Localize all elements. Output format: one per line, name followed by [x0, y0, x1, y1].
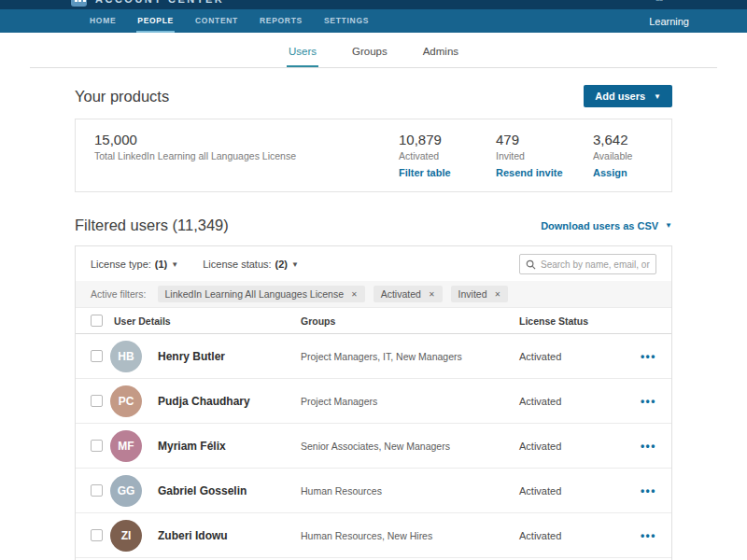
table-row: HBHenry ButlerProject Managers, IT, New … [76, 334, 671, 379]
download-csv-label: Download users as CSV [541, 220, 658, 231]
filter-bar: License type:(1)▼License status:(2)▼ [76, 246, 671, 281]
products-card: 15,000 Total LinkedIn Learning all Langu… [75, 119, 672, 192]
stat-action-link[interactable]: Resend invite [496, 167, 593, 178]
products-title: Your products [75, 88, 169, 105]
brand-text: ACCOUNT CENTER [95, 0, 224, 5]
product-stat: 479InvitedResend invite [496, 132, 593, 178]
column-header: Groups [301, 315, 519, 327]
active-filters-bar: Active filters: LinkedIn Learning All La… [76, 281, 671, 308]
chevron-down-icon: ▼ [665, 221, 672, 230]
tab-groups[interactable]: Groups [350, 39, 389, 67]
search-box [519, 254, 656, 274]
filter-chip: Invited✕ [451, 286, 509, 302]
close-icon[interactable]: ✕ [495, 290, 501, 299]
user-cell: ZIZuberi Idowu [103, 520, 301, 552]
nav-item-home[interactable]: HOME [89, 9, 117, 33]
license-status: Activated [519, 396, 632, 407]
total-label: Total LinkedIn Learning all Languages Li… [94, 150, 391, 161]
column-header: User Details [103, 315, 301, 327]
filter-chip-label: Invited [458, 288, 487, 300]
row-checkbox[interactable] [91, 529, 103, 541]
user-name: Pudja Chaudhary [158, 395, 250, 408]
nav-item-content[interactable]: CONTENT [194, 9, 239, 33]
user-groups: Human Resources, New Hires [301, 530, 519, 541]
filtered-users-title: Filtered users (11,349) [75, 217, 229, 234]
stat-label: Activated [399, 150, 496, 161]
close-icon[interactable]: ✕ [351, 290, 358, 299]
user-cell: GGGabriel Gosselin [103, 475, 301, 507]
avatar: GG [110, 475, 142, 507]
stat-label: Available [593, 150, 690, 161]
filter-chip: Activated✕ [374, 286, 443, 302]
nav-item-reports[interactable]: REPORTS [259, 9, 303, 33]
total-value: 15,000 [94, 132, 391, 147]
chevron-down-icon: ▼ [171, 260, 178, 269]
nav-item-people[interactable]: PEOPLE [136, 9, 175, 33]
filter-count: (1) [155, 259, 167, 270]
row-checkbox[interactable] [91, 350, 103, 362]
row-checkbox[interactable] [91, 440, 103, 452]
table-row: ZIZuberi IdowuHuman Resources, New Hires… [76, 513, 671, 558]
filter-dropdowns: License type:(1)▼License status:(2)▼ [91, 259, 299, 270]
avatar: HB [110, 341, 142, 372]
stat-value: 10,879 [399, 132, 496, 147]
row-menu-button[interactable]: ••• [632, 484, 656, 497]
row-menu-button[interactable]: ••• [632, 395, 656, 408]
column-header: License Status [519, 315, 656, 327]
row-menu-button[interactable]: ••• [632, 350, 656, 363]
filter-chip: LinkedIn Learning All Languages License✕ [158, 286, 365, 302]
user-cell: MFMyriam Félix [103, 430, 301, 462]
user-cell: HBHenry Butler [103, 341, 301, 372]
download-csv-link[interactable]: Download users as CSV ▼ [541, 220, 672, 231]
table-header: User DetailsGroupsLicense Status [76, 308, 671, 334]
chevron-down-icon: ▼ [291, 260, 299, 269]
active-filter-chips: LinkedIn Learning All Languages License✕… [158, 286, 509, 302]
tab-admins[interactable]: Admins [421, 39, 460, 67]
avatar: ZI [110, 520, 142, 552]
stat-value: 479 [496, 132, 593, 147]
filter-dropdown[interactable]: License status:(2)▼ [203, 259, 299, 270]
stat-label: Invited [496, 150, 593, 161]
user-groups: Senior Associates, New Managers [301, 441, 519, 452]
user-name: Zuberi Idowu [158, 529, 228, 542]
filter-count: (2) [275, 259, 288, 270]
row-checkbox[interactable] [91, 395, 103, 407]
active-filters-label: Active filters: [91, 288, 147, 300]
stat-action-link[interactable]: Filter table [399, 167, 496, 178]
filter-dropdown[interactable]: License type:(1)▼ [91, 259, 178, 270]
table-row: GGGabriel GosselinHuman ResourcesActivat… [76, 469, 671, 513]
account-center-logo-icon [71, 0, 87, 7]
row-menu-button[interactable]: ••• [632, 440, 656, 453]
filter-chip-label: Activated [381, 288, 421, 300]
nav-link-learning[interactable]: Learning [649, 9, 689, 33]
user-groups: Human Resources [301, 485, 519, 497]
license-status: Activated [519, 530, 632, 541]
table-row: PCPudja ChaudharyProject ManagersActivat… [76, 379, 671, 424]
user-cell: PCPudja Chaudhary [103, 385, 301, 417]
license-status: Activated [519, 441, 632, 452]
license-status: Activated [519, 351, 632, 362]
avatar: PC [110, 385, 142, 417]
table-body: HBHenry ButlerProject Managers, IT, New … [76, 334, 671, 560]
row-menu-button[interactable]: ••• [632, 529, 656, 542]
add-users-button[interactable]: Add users ▼ [584, 85, 672, 107]
product-stats: 10,879ActivatedFilter table479InvitedRes… [399, 132, 690, 178]
license-status: Activated [519, 485, 632, 497]
select-all-checkbox[interactable] [91, 315, 103, 327]
tabs: UsersGroupsAdmins [30, 33, 717, 68]
profile-icon[interactable]: ▫▫ [655, 0, 663, 5]
search-input[interactable] [541, 259, 650, 270]
nav-item-settings[interactable]: SETTINGS [323, 9, 370, 33]
row-checkbox[interactable] [91, 484, 103, 497]
close-icon[interactable]: ✕ [429, 290, 435, 299]
add-users-label: Add users [595, 91, 645, 102]
stat-action-link[interactable]: Assign [593, 167, 690, 178]
tab-users[interactable]: Users [287, 39, 318, 67]
product-stat: 10,879ActivatedFilter table [399, 132, 496, 178]
user-groups: Project Managers [301, 396, 519, 407]
product-stat: 3,642AvailableAssign [593, 132, 690, 178]
top-brand-bar: ACCOUNT CENTER ▫▫ [0, 0, 747, 9]
table-row: MFMyriam FélixSenior Associates, New Man… [76, 424, 671, 469]
license-total: 15,000 Total LinkedIn Learning all Langu… [94, 132, 391, 178]
user-groups: Project Managers, IT, New Managers [301, 351, 519, 362]
